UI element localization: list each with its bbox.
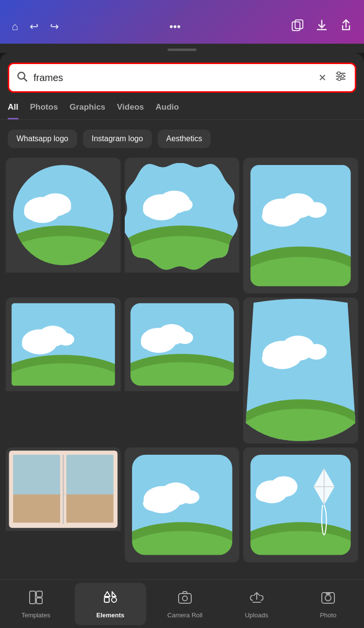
svg-point-64 <box>306 344 327 359</box>
svg-rect-98 <box>36 598 42 604</box>
search-clear-button[interactable]: ✕ <box>318 72 327 83</box>
chip-instagram[interactable]: Instagram logo <box>83 130 152 148</box>
search-icon <box>17 71 28 84</box>
photo-icon <box>320 590 336 609</box>
more-icon[interactable]: ••• <box>169 20 181 33</box>
svg-rect-101 <box>179 594 191 603</box>
svg-point-45 <box>57 333 74 346</box>
svg-point-17 <box>55 201 71 214</box>
frame-kite-scene[interactable] <box>243 447 358 562</box>
svg-point-54 <box>141 335 161 350</box>
svg-point-83 <box>181 490 199 504</box>
home-icon[interactable]: ⌂ <box>12 20 18 33</box>
toolbar-left: ⌂ ↩ ↪ <box>12 20 59 33</box>
frame-rounded-rect-1[interactable] <box>243 158 358 294</box>
top-toolbar: ⌂ ↩ ↪ ••• <box>0 0 364 44</box>
svg-point-6 <box>337 72 340 75</box>
search-container: frames ✕ <box>0 63 364 93</box>
svg-point-35 <box>306 202 327 217</box>
copy-icon[interactable] <box>291 19 304 34</box>
toolbar-center: ••• <box>169 20 181 33</box>
svg-point-8 <box>338 78 341 81</box>
nav-uploads[interactable]: Uploads <box>221 580 293 628</box>
frame-small-landscape[interactable] <box>6 447 121 562</box>
svg-rect-105 <box>326 593 331 595</box>
svg-point-92 <box>256 488 275 502</box>
svg-point-34 <box>262 208 285 224</box>
svg-point-44 <box>22 337 42 351</box>
elements-label: Elements <box>96 611 124 619</box>
templates-label: Templates <box>21 611 50 619</box>
share-icon[interactable] <box>340 19 352 34</box>
svg-rect-96 <box>30 591 35 604</box>
filter-tabs: All Photos Graphics Videos Audio <box>0 102 364 120</box>
nav-templates[interactable]: Templates <box>0 580 72 628</box>
frame-portrait-curved[interactable] <box>243 297 358 444</box>
tab-all[interactable]: All <box>8 102 18 119</box>
main-panel: frames ✕ All Photos Graphics Videos Audi… <box>0 53 364 616</box>
svg-rect-70 <box>66 495 114 523</box>
svg-point-82 <box>143 496 165 511</box>
svg-rect-69 <box>13 495 60 523</box>
svg-rect-97 <box>36 591 42 597</box>
drag-bar <box>167 49 197 51</box>
camera-roll-icon <box>177 590 193 609</box>
undo-icon[interactable]: ↩ <box>30 20 38 33</box>
svg-rect-0 <box>292 22 300 31</box>
uploads-icon <box>249 590 265 609</box>
svg-point-102 <box>182 596 187 601</box>
nav-elements[interactable]: Elements <box>75 583 147 625</box>
svg-rect-71 <box>13 455 60 495</box>
nav-photo[interactable]: Photo <box>292 580 364 628</box>
camera-roll-label: Camera Roll <box>167 611 202 619</box>
search-filter-button[interactable] <box>334 70 347 85</box>
download-icon[interactable] <box>315 19 328 34</box>
svg-point-91 <box>270 476 298 497</box>
search-bar[interactable]: frames ✕ <box>8 63 356 93</box>
tab-audio[interactable]: Audio <box>155 102 179 119</box>
nav-camera-roll[interactable]: Camera Roll <box>149 580 221 628</box>
tab-photos[interactable]: Photos <box>30 102 58 119</box>
svg-rect-99 <box>104 597 109 602</box>
svg-point-16 <box>24 205 45 220</box>
frame-rounded-square[interactable] <box>125 447 240 562</box>
svg-point-63 <box>262 350 285 366</box>
photo-label: Photo <box>320 611 336 619</box>
svg-point-7 <box>341 75 344 78</box>
svg-point-100 <box>112 597 116 602</box>
search-text[interactable]: frames <box>33 72 313 83</box>
svg-point-55 <box>176 331 193 344</box>
drag-indicator <box>0 44 364 53</box>
frame-circle[interactable] <box>6 158 121 294</box>
svg-rect-1 <box>295 20 303 29</box>
image-grid <box>0 158 364 562</box>
frame-wavy[interactable] <box>125 158 240 294</box>
frame-landscape-rect[interactable] <box>6 297 121 444</box>
bottom-nav: Templates Elements Camera Roll <box>0 579 364 628</box>
svg-rect-72 <box>66 455 114 495</box>
redo-icon[interactable]: ↪ <box>50 20 59 33</box>
svg-point-25 <box>143 202 164 217</box>
svg-point-26 <box>177 198 192 211</box>
chip-aesthetics[interactable]: Aesthetics <box>158 130 211 148</box>
uploads-label: Uploads <box>245 611 268 619</box>
templates-icon <box>28 590 44 609</box>
tab-videos[interactable]: Videos <box>117 102 144 119</box>
chip-whatsapp[interactable]: Whatsapp logo <box>8 130 77 148</box>
chips-container: Whatsapp logo Instagram logo Aesthetics <box>0 130 364 148</box>
elements-icon <box>102 590 118 609</box>
tab-graphics[interactable]: Graphics <box>69 102 105 119</box>
svg-point-104 <box>325 595 331 601</box>
toolbar-right <box>291 19 352 34</box>
frame-rounded-rect-2[interactable] <box>125 297 240 444</box>
